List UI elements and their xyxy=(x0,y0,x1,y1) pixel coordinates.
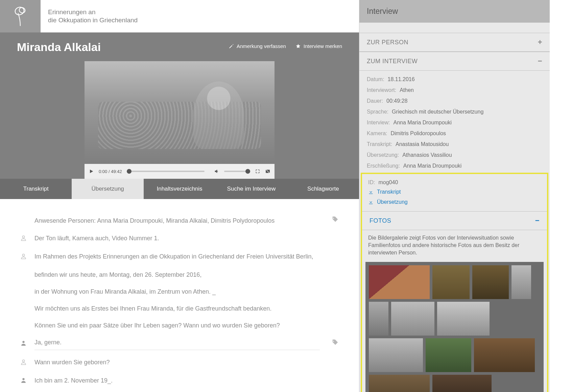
site-logo[interactable] xyxy=(0,0,41,32)
content-tabs: Transkript Übersetzung Inhaltsverzeichni… xyxy=(0,179,359,199)
tag-icon xyxy=(331,339,339,346)
svg-point-1 xyxy=(18,7,26,14)
person-outline-icon xyxy=(20,358,27,366)
transcript-line-cont[interactable]: Können Sie und ein paar Sätze über Ihr L… xyxy=(20,321,339,330)
transcript-line[interactable]: Der Ton läuft, Kamera auch, Video Nummer… xyxy=(20,234,339,244)
transcript-line-cont[interactable]: Wir möchten uns als Erstes bei Ihnen Fra… xyxy=(20,304,339,313)
download-icon xyxy=(368,189,374,195)
transcript-line[interactable]: Ich bin am 2. November 19_. xyxy=(20,376,339,387)
highlighted-region: ID:mog040 Transkript Übersetzung FOTOS − xyxy=(361,173,548,392)
gallery-thumb[interactable] xyxy=(369,302,388,336)
person-solid-icon xyxy=(20,339,27,347)
tag-button[interactable] xyxy=(331,216,339,226)
gallery-thumb[interactable] xyxy=(432,265,470,299)
person-outline-icon xyxy=(20,252,27,260)
section-header-zur-person[interactable]: ZUR PERSON + xyxy=(359,33,550,52)
speaker-interviewer-icon xyxy=(20,252,28,263)
transcript-line[interactable]: Im Rahmen des Projekts Erinnerungen an d… xyxy=(20,252,339,263)
plus-icon: + xyxy=(538,38,542,47)
gallery-thumb[interactable] xyxy=(432,375,492,392)
gallery-thumb[interactable] xyxy=(511,265,531,299)
main-column: Erinnerungen an die Okkupation in Griech… xyxy=(0,0,359,392)
person-outline-icon xyxy=(20,234,27,242)
tab-inhaltsverzeichnis[interactable]: Inhaltsverzeichnis xyxy=(144,179,215,199)
star-icon xyxy=(295,44,301,49)
tab-uebersetzung[interactable]: Übersetzung xyxy=(72,179,143,199)
site-header: Erinnerungen an die Okkupation in Griech… xyxy=(0,0,359,32)
fullscreen-icon xyxy=(255,169,260,174)
sidebar-title: Interview xyxy=(359,0,550,23)
transcript-line-cont[interactable]: in der Wohnung von Frau Miranda Alkalai,… xyxy=(20,287,339,296)
download-transkript-link[interactable]: Transkript xyxy=(368,187,541,197)
section-header-zum-interview[interactable]: ZUM INTERVIEW − xyxy=(359,52,550,71)
tag-icon xyxy=(331,216,339,223)
play-icon xyxy=(89,169,94,174)
sidebar: Interview ZUR PERSON + ZUM INTERVIEW − D… xyxy=(359,0,550,392)
play-button[interactable] xyxy=(89,169,94,174)
speaker-interviewee-icon xyxy=(20,339,28,349)
minus-icon: − xyxy=(535,216,540,225)
gallery-thumb[interactable] xyxy=(472,265,509,299)
person-solid-icon xyxy=(20,376,27,384)
speaker-interviewee-icon xyxy=(20,376,28,387)
tab-suche[interactable]: Suche im Interview xyxy=(215,179,287,199)
photo-gallery xyxy=(365,262,544,392)
video-frame[interactable] xyxy=(85,61,275,164)
tab-transkript[interactable]: Transkript xyxy=(0,179,72,199)
speaker-interviewer-icon xyxy=(20,234,28,244)
volume-icon xyxy=(214,169,219,174)
mute-button[interactable] xyxy=(214,169,219,174)
fullscreen-button[interactable] xyxy=(255,169,260,174)
hero-section: Miranda Alkalai Anmerkung verfassen Inte… xyxy=(0,32,359,179)
transcript-line[interactable]: Ja, gerne. xyxy=(20,338,339,350)
tab-schlagworte[interactable]: Schlagworte xyxy=(287,179,359,199)
gallery-thumb[interactable] xyxy=(369,375,430,392)
gallery-thumb[interactable] xyxy=(391,302,434,336)
download-uebersetzung-link[interactable]: Übersetzung xyxy=(368,197,541,207)
gallery-thumb[interactable] xyxy=(426,338,471,372)
gallery-thumb[interactable] xyxy=(474,338,535,372)
section-zur-person: ZUR PERSON + xyxy=(359,33,550,52)
hero-actions: Anmerkung verfassen Interview merken xyxy=(229,41,342,49)
interview-metadata: Datum:18.11.2016 Interviewort:Athen Daue… xyxy=(359,71,550,173)
fotos-description: Die Bildergalerie zeigt Fotos von der In… xyxy=(362,230,547,262)
closed-caption-off-icon xyxy=(265,169,270,174)
volume-bar[interactable] xyxy=(224,171,250,172)
video-player[interactable]: 0:00 / 49:42 xyxy=(85,61,275,179)
speaker-interviewer-icon xyxy=(20,358,28,368)
gallery-thumb[interactable] xyxy=(369,338,423,372)
section-header-fotos[interactable]: FOTOS − xyxy=(362,212,547,230)
page-title: Miranda Alkalai xyxy=(17,41,101,54)
transcript-line-cont[interactable]: befinden wir uns heute, am Montag, den 2… xyxy=(20,270,339,279)
section-zum-interview: ZUM INTERVIEW − Datum:18.11.2016 Intervi… xyxy=(359,52,550,392)
bookmark-button[interactable]: Interview merken xyxy=(295,43,342,49)
gallery-thumb[interactable] xyxy=(437,302,490,336)
transcript-note: Anwesende Personen: Anna Maria Droumpouk… xyxy=(34,216,325,225)
transcript-panel: Anwesende Personen: Anna Maria Droumpouk… xyxy=(0,199,359,392)
cc-button[interactable] xyxy=(265,169,270,174)
video-controls: 0:00 / 49:42 xyxy=(85,164,275,179)
seek-bar[interactable] xyxy=(127,171,205,172)
tag-button[interactable] xyxy=(331,339,339,349)
pencil-icon xyxy=(229,44,234,49)
minus-icon: − xyxy=(538,57,542,66)
transcript-line[interactable]: Wann wurden Sie geboren? xyxy=(20,358,339,368)
video-time: 0:00 / 49:42 xyxy=(99,169,122,174)
download-icon xyxy=(368,199,374,205)
write-note-button[interactable]: Anmerkung verfassen xyxy=(229,43,286,49)
flower-icon xyxy=(13,6,28,27)
site-title: Erinnerungen an die Okkupation in Griech… xyxy=(48,8,138,24)
transcript-note-row: Anwesende Personen: Anna Maria Droumpouk… xyxy=(20,216,339,226)
gallery-thumb[interactable] xyxy=(369,265,430,299)
